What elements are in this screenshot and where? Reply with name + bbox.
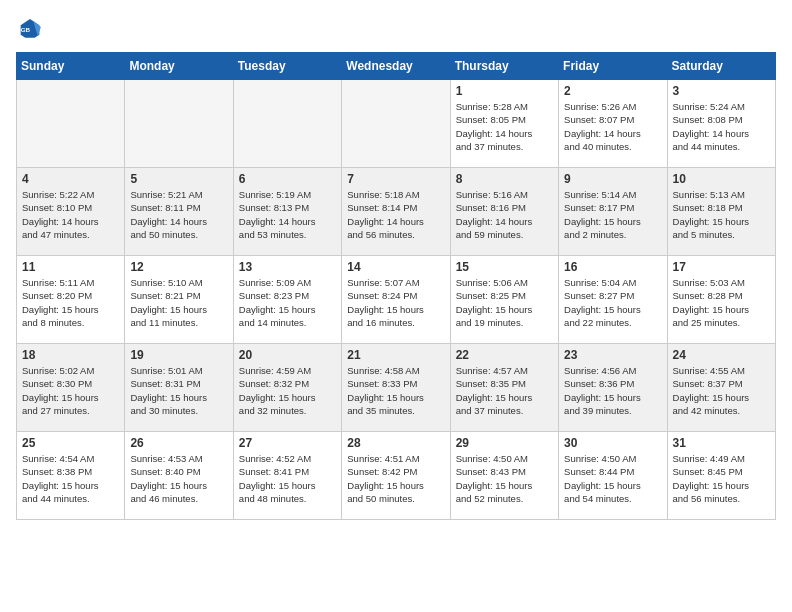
calendar-day: 22Sunrise: 4:57 AM Sunset: 8:35 PM Dayli… <box>450 344 558 432</box>
day-number: 21 <box>347 348 444 362</box>
calendar-day: 29Sunrise: 4:50 AM Sunset: 8:43 PM Dayli… <box>450 432 558 520</box>
day-info: Sunrise: 4:58 AM Sunset: 8:33 PM Dayligh… <box>347 364 444 417</box>
calendar-day: 30Sunrise: 4:50 AM Sunset: 8:44 PM Dayli… <box>559 432 667 520</box>
day-number: 28 <box>347 436 444 450</box>
day-number: 23 <box>564 348 661 362</box>
calendar-day: 16Sunrise: 5:04 AM Sunset: 8:27 PM Dayli… <box>559 256 667 344</box>
calendar-day: 26Sunrise: 4:53 AM Sunset: 8:40 PM Dayli… <box>125 432 233 520</box>
calendar-day <box>342 80 450 168</box>
header: GB <box>16 16 776 44</box>
calendar-day: 7Sunrise: 5:18 AM Sunset: 8:14 PM Daylig… <box>342 168 450 256</box>
calendar-day <box>233 80 341 168</box>
day-info: Sunrise: 5:22 AM Sunset: 8:10 PM Dayligh… <box>22 188 119 241</box>
day-info: Sunrise: 5:14 AM Sunset: 8:17 PM Dayligh… <box>564 188 661 241</box>
day-info: Sunrise: 5:21 AM Sunset: 8:11 PM Dayligh… <box>130 188 227 241</box>
day-info: Sunrise: 5:03 AM Sunset: 8:28 PM Dayligh… <box>673 276 770 329</box>
calendar-day: 15Sunrise: 5:06 AM Sunset: 8:25 PM Dayli… <box>450 256 558 344</box>
day-info: Sunrise: 4:53 AM Sunset: 8:40 PM Dayligh… <box>130 452 227 505</box>
day-number: 29 <box>456 436 553 450</box>
day-info: Sunrise: 4:51 AM Sunset: 8:42 PM Dayligh… <box>347 452 444 505</box>
calendar-day: 31Sunrise: 4:49 AM Sunset: 8:45 PM Dayli… <box>667 432 775 520</box>
day-number: 25 <box>22 436 119 450</box>
calendar-week-row: 11Sunrise: 5:11 AM Sunset: 8:20 PM Dayli… <box>17 256 776 344</box>
calendar-week-row: 1Sunrise: 5:28 AM Sunset: 8:05 PM Daylig… <box>17 80 776 168</box>
day-number: 30 <box>564 436 661 450</box>
calendar-table: SundayMondayTuesdayWednesdayThursdayFrid… <box>16 52 776 520</box>
calendar-day: 3Sunrise: 5:24 AM Sunset: 8:08 PM Daylig… <box>667 80 775 168</box>
day-number: 3 <box>673 84 770 98</box>
day-info: Sunrise: 5:06 AM Sunset: 8:25 PM Dayligh… <box>456 276 553 329</box>
calendar-day: 8Sunrise: 5:16 AM Sunset: 8:16 PM Daylig… <box>450 168 558 256</box>
calendar-day: 18Sunrise: 5:02 AM Sunset: 8:30 PM Dayli… <box>17 344 125 432</box>
day-number: 20 <box>239 348 336 362</box>
day-number: 19 <box>130 348 227 362</box>
calendar-day: 20Sunrise: 4:59 AM Sunset: 8:32 PM Dayli… <box>233 344 341 432</box>
day-number: 17 <box>673 260 770 274</box>
day-info: Sunrise: 4:50 AM Sunset: 8:43 PM Dayligh… <box>456 452 553 505</box>
day-number: 2 <box>564 84 661 98</box>
col-header-wednesday: Wednesday <box>342 53 450 80</box>
day-number: 11 <box>22 260 119 274</box>
calendar-day: 5Sunrise: 5:21 AM Sunset: 8:11 PM Daylig… <box>125 168 233 256</box>
day-info: Sunrise: 5:01 AM Sunset: 8:31 PM Dayligh… <box>130 364 227 417</box>
day-info: Sunrise: 5:26 AM Sunset: 8:07 PM Dayligh… <box>564 100 661 153</box>
logo-icon: GB <box>16 16 44 44</box>
calendar-day <box>17 80 125 168</box>
page-container: GB SundayMondayTuesdayWednesdayThursdayF… <box>16 16 776 520</box>
day-number: 31 <box>673 436 770 450</box>
day-info: Sunrise: 4:59 AM Sunset: 8:32 PM Dayligh… <box>239 364 336 417</box>
calendar-day: 13Sunrise: 5:09 AM Sunset: 8:23 PM Dayli… <box>233 256 341 344</box>
day-info: Sunrise: 5:24 AM Sunset: 8:08 PM Dayligh… <box>673 100 770 153</box>
col-header-friday: Friday <box>559 53 667 80</box>
day-number: 12 <box>130 260 227 274</box>
day-number: 10 <box>673 172 770 186</box>
day-info: Sunrise: 5:02 AM Sunset: 8:30 PM Dayligh… <box>22 364 119 417</box>
calendar-day: 21Sunrise: 4:58 AM Sunset: 8:33 PM Dayli… <box>342 344 450 432</box>
day-number: 16 <box>564 260 661 274</box>
calendar-day: 17Sunrise: 5:03 AM Sunset: 8:28 PM Dayli… <box>667 256 775 344</box>
day-info: Sunrise: 4:54 AM Sunset: 8:38 PM Dayligh… <box>22 452 119 505</box>
day-info: Sunrise: 4:50 AM Sunset: 8:44 PM Dayligh… <box>564 452 661 505</box>
day-number: 26 <box>130 436 227 450</box>
calendar-week-row: 25Sunrise: 4:54 AM Sunset: 8:38 PM Dayli… <box>17 432 776 520</box>
day-number: 22 <box>456 348 553 362</box>
day-info: Sunrise: 5:18 AM Sunset: 8:14 PM Dayligh… <box>347 188 444 241</box>
day-info: Sunrise: 5:19 AM Sunset: 8:13 PM Dayligh… <box>239 188 336 241</box>
calendar-day: 27Sunrise: 4:52 AM Sunset: 8:41 PM Dayli… <box>233 432 341 520</box>
day-number: 5 <box>130 172 227 186</box>
col-header-tuesday: Tuesday <box>233 53 341 80</box>
calendar-day: 23Sunrise: 4:56 AM Sunset: 8:36 PM Dayli… <box>559 344 667 432</box>
day-info: Sunrise: 5:07 AM Sunset: 8:24 PM Dayligh… <box>347 276 444 329</box>
day-info: Sunrise: 4:52 AM Sunset: 8:41 PM Dayligh… <box>239 452 336 505</box>
calendar-day: 28Sunrise: 4:51 AM Sunset: 8:42 PM Dayli… <box>342 432 450 520</box>
svg-text:GB: GB <box>21 26 31 33</box>
calendar-day: 9Sunrise: 5:14 AM Sunset: 8:17 PM Daylig… <box>559 168 667 256</box>
calendar-day: 14Sunrise: 5:07 AM Sunset: 8:24 PM Dayli… <box>342 256 450 344</box>
calendar-week-row: 4Sunrise: 5:22 AM Sunset: 8:10 PM Daylig… <box>17 168 776 256</box>
calendar-header-row: SundayMondayTuesdayWednesdayThursdayFrid… <box>17 53 776 80</box>
calendar-day: 11Sunrise: 5:11 AM Sunset: 8:20 PM Dayli… <box>17 256 125 344</box>
day-info: Sunrise: 5:16 AM Sunset: 8:16 PM Dayligh… <box>456 188 553 241</box>
col-header-sunday: Sunday <box>17 53 125 80</box>
calendar-day: 2Sunrise: 5:26 AM Sunset: 8:07 PM Daylig… <box>559 80 667 168</box>
day-number: 8 <box>456 172 553 186</box>
day-info: Sunrise: 5:09 AM Sunset: 8:23 PM Dayligh… <box>239 276 336 329</box>
calendar-day: 4Sunrise: 5:22 AM Sunset: 8:10 PM Daylig… <box>17 168 125 256</box>
calendar-day: 10Sunrise: 5:13 AM Sunset: 8:18 PM Dayli… <box>667 168 775 256</box>
day-number: 7 <box>347 172 444 186</box>
day-info: Sunrise: 5:11 AM Sunset: 8:20 PM Dayligh… <box>22 276 119 329</box>
calendar-day: 19Sunrise: 5:01 AM Sunset: 8:31 PM Dayli… <box>125 344 233 432</box>
calendar-day: 1Sunrise: 5:28 AM Sunset: 8:05 PM Daylig… <box>450 80 558 168</box>
day-info: Sunrise: 5:10 AM Sunset: 8:21 PM Dayligh… <box>130 276 227 329</box>
day-number: 1 <box>456 84 553 98</box>
calendar-day: 25Sunrise: 4:54 AM Sunset: 8:38 PM Dayli… <box>17 432 125 520</box>
day-number: 15 <box>456 260 553 274</box>
calendar-day <box>125 80 233 168</box>
day-number: 27 <box>239 436 336 450</box>
day-number: 18 <box>22 348 119 362</box>
day-number: 4 <box>22 172 119 186</box>
day-number: 24 <box>673 348 770 362</box>
col-header-monday: Monday <box>125 53 233 80</box>
day-number: 6 <box>239 172 336 186</box>
day-info: Sunrise: 5:13 AM Sunset: 8:18 PM Dayligh… <box>673 188 770 241</box>
